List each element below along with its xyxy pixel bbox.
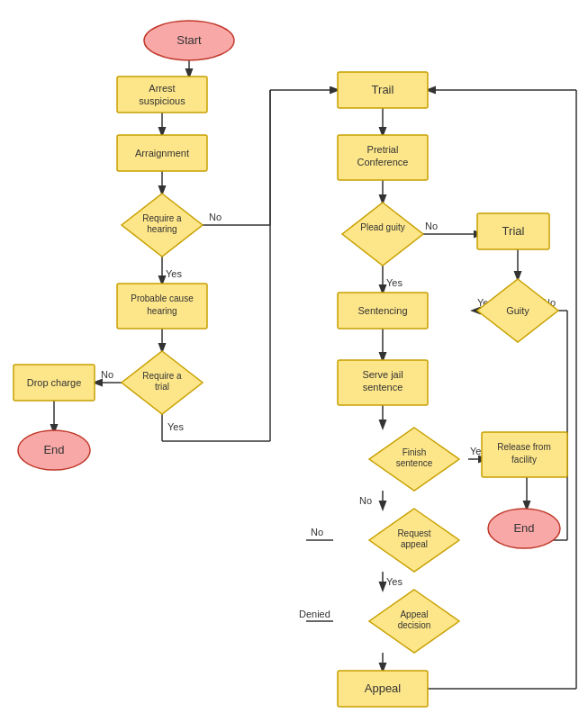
guilty-label: Guity (506, 305, 529, 316)
svg-text:Yes: Yes (386, 576, 403, 587)
svg-text:Yes: Yes (166, 268, 182, 279)
svg-text:appeal: appeal (401, 539, 428, 549)
svg-text:No: No (209, 212, 222, 222)
trail-label: Trail (372, 83, 394, 96)
sentencing-label: Sentencing (357, 305, 407, 316)
end2-label: End (513, 521, 534, 535)
svg-text:facility: facility (511, 455, 537, 465)
svg-text:hearing: hearing (147, 224, 176, 234)
svg-text:Yes: Yes (386, 277, 403, 288)
probable-cause-label: Probable cause (131, 293, 194, 303)
svg-text:decision: decision (398, 620, 431, 630)
svg-text:No: No (425, 221, 438, 231)
svg-text:sentence: sentence (363, 382, 403, 393)
svg-text:No: No (311, 527, 323, 537)
arraignment-label: Arraignment (135, 148, 189, 158)
require-trial-label: Require a (142, 371, 182, 381)
drop-charge-label: Drop charge (27, 377, 82, 388)
release-label: Release from (497, 442, 550, 452)
svg-text:suspicious: suspicious (139, 95, 185, 106)
svg-text:No: No (359, 495, 372, 506)
appeal-decision-label: Appeal (400, 609, 428, 619)
trial-label: Trial (502, 224, 525, 238)
arrest-label: Arrest (149, 83, 175, 94)
plead-guilty-node (342, 203, 423, 266)
serve-jail-label: Serve jail (362, 369, 403, 380)
svg-text:Yes: Yes (167, 421, 184, 432)
svg-text:No: No (101, 369, 113, 380)
start-label: Start (176, 33, 202, 47)
svg-text:Denied: Denied (299, 609, 330, 619)
flowchart: No Yes No Yes No Yes Yes No Yes No No Ye… (0, 0, 588, 713)
svg-text:trial: trial (155, 382, 169, 392)
appeal-label: Appeal (365, 681, 402, 695)
svg-text:Conference: Conference (357, 157, 409, 167)
arrest-node (117, 77, 207, 113)
svg-text:sentence: sentence (396, 458, 433, 468)
plead-guilty-label: Plead guity (360, 222, 404, 232)
require-hearing-label: Require a (142, 213, 182, 223)
svg-text:hearing: hearing (147, 306, 176, 316)
request-appeal-label: Request (397, 528, 430, 538)
pretrial-label: Pretrial (367, 144, 399, 155)
end1-label: End (43, 443, 64, 456)
finish-sentence-label: Finish (403, 447, 427, 457)
